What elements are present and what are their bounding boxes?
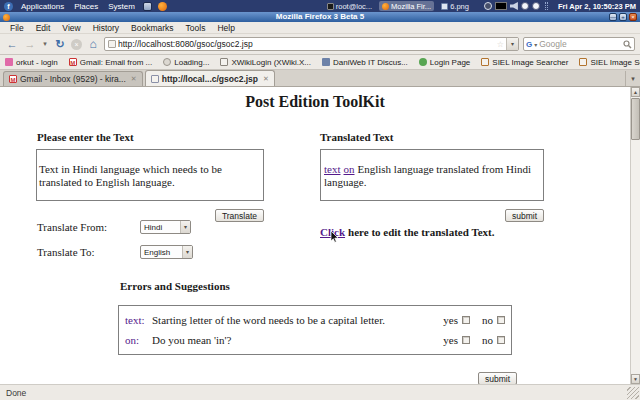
translated-text-box[interactable]: textonEnglish language translated from H… [320, 149, 544, 201]
system-menu[interactable]: System [106, 2, 137, 11]
bookmarks-toolbar: orkut - login M Gmail: Email from ... Lo… [0, 55, 640, 70]
loading-spinner-icon [163, 58, 171, 66]
navigation-toolbar: ← → ▾ ↻ × ⌂ ☆ ▾ G ▾ [0, 34, 640, 55]
taskbar-item-label: 6.png [450, 2, 469, 11]
firefox-launcher-icon[interactable] [158, 2, 167, 11]
menu-history[interactable]: History [87, 23, 125, 33]
bookmark-siel-2[interactable]: SIEL Image Searcher [579, 58, 640, 67]
taskbar-item-image[interactable]: 6.png [438, 1, 472, 11]
yes-label: yes [443, 314, 458, 326]
image-file-icon [441, 3, 448, 10]
scroll-down-icon[interactable]: ▼ [631, 374, 640, 384]
history-dropdown-icon[interactable]: ▾ [41, 37, 49, 51]
bookmark-login-page[interactable]: Login Page [419, 58, 470, 67]
translate-to-label: Translate To: [37, 246, 95, 258]
stop-button[interactable]: × [71, 39, 82, 50]
taskbar-item-terminal[interactable]: root@loc... [324, 1, 375, 11]
translate-button[interactable]: Translate [215, 209, 264, 222]
back-button[interactable]: ← [5, 37, 19, 51]
no-checkbox[interactable] [497, 336, 505, 344]
bookmark-xwiki[interactable]: XWikiLogin (XWiki.X... [220, 58, 311, 67]
magnifier-icon[interactable] [623, 40, 632, 49]
bookmark-daniweb[interactable]: DaniWeb IT Discus... [322, 58, 408, 67]
applications-menu[interactable]: Applications [19, 2, 66, 11]
menu-edit[interactable]: Edit [30, 23, 57, 33]
list-all-tabs-icon[interactable]: ▾ [625, 71, 640, 86]
menu-tools[interactable]: Tools [180, 23, 212, 33]
fedora-logo-icon[interactable]: f [4, 2, 13, 11]
xwiki-icon [220, 58, 228, 66]
terminal-icon [327, 3, 334, 10]
bookmark-siel-1[interactable]: SIEL Image Searcher [481, 58, 568, 67]
eye-icon[interactable] [521, 2, 529, 10]
search-bar[interactable]: G ▾ [523, 37, 635, 51]
url-input[interactable] [116, 38, 497, 50]
bookmark-loading[interactable]: Loading... [163, 58, 209, 67]
siel-image-icon [579, 58, 587, 66]
no-checkbox[interactable] [497, 316, 505, 324]
orkut-icon [5, 58, 13, 66]
translated-word-link-text[interactable]: text [324, 163, 341, 175]
home-button[interactable]: ⌂ [86, 37, 100, 51]
bookmark-label: SIEL Image Searcher [590, 58, 640, 67]
urlbar-dropdown-icon[interactable]: ▾ [506, 38, 518, 50]
reload-button[interactable]: ↻ [53, 37, 67, 51]
translated-rest-text: English language translated from Hindi l… [324, 163, 531, 188]
siel-image-icon [481, 58, 489, 66]
panel-clock[interactable]: Fri Apr 2, 10:50:23 PM [558, 2, 636, 11]
page-favicon [108, 40, 116, 48]
engine-dropdown-icon[interactable]: ▾ [534, 41, 537, 48]
menu-view[interactable]: View [56, 23, 86, 33]
bookmark-gmail[interactable]: M Gmail: Email from ... [69, 58, 152, 67]
status-bar: Done [0, 384, 640, 400]
taskbar-item-label: Mozilla Fir... [391, 2, 431, 11]
menu-help[interactable]: Help [211, 23, 240, 33]
search-input[interactable] [539, 38, 623, 50]
error-description: Do you mean 'in'? [151, 334, 435, 346]
translated-submit-button[interactable]: submit [505, 209, 544, 222]
vertical-scrollbar[interactable]: ▲ ▼ [630, 87, 640, 384]
window-titlebar[interactable]: Mozilla Firefox 3 Beta 5 — + × [0, 12, 640, 22]
scroll-up-icon[interactable]: ▲ [631, 87, 640, 97]
tab-label: http://local...c/gsoc2.jsp [162, 74, 258, 84]
bookmark-star-icon[interactable]: ☆ [497, 40, 504, 49]
places-menu[interactable]: Places [72, 2, 100, 11]
yes-checkbox[interactable] [462, 336, 470, 344]
menu-bookmarks[interactable]: Bookmarks [125, 23, 180, 33]
chevron-down-icon: ▾ [180, 221, 190, 233]
source-text-heading: Please enter the Text [37, 131, 134, 143]
forward-button[interactable]: → [23, 37, 37, 51]
volume-muted-icon[interactable] [510, 2, 518, 10]
eye-icon[interactable] [532, 2, 540, 10]
location-bar[interactable]: ☆ ▾ [104, 37, 519, 51]
translate-from-label: Translate From: [37, 221, 107, 233]
menu-file[interactable]: File [4, 23, 30, 33]
tab-gmail[interactable]: M Gmail - Inbox (9529) - kira... ✕ [3, 71, 143, 86]
yes-checkbox[interactable] [462, 316, 470, 324]
source-textarea[interactable]: Text in Hindi language which needs to be… [36, 149, 264, 201]
taskbar-item-label: root@loc... [336, 2, 372, 11]
google-engine-icon[interactable]: G [526, 40, 532, 49]
tracker-icon[interactable] [484, 2, 492, 10]
bookmark-label: SIEL Image Searcher [492, 58, 568, 67]
window-title: Mozilla Firefox 3 Beta 5 [0, 12, 640, 22]
tab-close-icon[interactable]: ✕ [263, 75, 269, 83]
taskbar-item-firefox[interactable]: Mozilla Fir... [379, 1, 434, 11]
bookmark-label: DaniWeb IT Discus... [333, 58, 408, 67]
translate-from-select[interactable]: Hindi ▾ [140, 220, 191, 234]
translated-word-link-on[interactable]: on [344, 163, 355, 175]
minimized-window-icon[interactable] [495, 2, 507, 10]
resize-grip[interactable] [627, 387, 639, 399]
selected-from-language: Hindi [144, 223, 162, 232]
tab-gsoc2[interactable]: http://local...c/gsoc2.jsp ✕ [145, 70, 275, 86]
scrollbar-thumb[interactable] [631, 98, 640, 140]
bookmark-orkut[interactable]: orkut - login [5, 58, 58, 67]
tab-close-icon[interactable]: ✕ [131, 75, 137, 83]
screenshot-launcher-icon[interactable] [143, 2, 152, 11]
tab-bar: M Gmail - Inbox (9529) - kira... ✕ http:… [0, 70, 640, 87]
status-text: Done [0, 388, 26, 398]
browser-menubar: File Edit View History Bookmarks Tools H… [0, 22, 640, 34]
translate-to-select[interactable]: English ▾ [140, 245, 193, 259]
no-label: no [482, 314, 493, 326]
errors-box: text: Starting letter of the word needs … [118, 305, 512, 355]
